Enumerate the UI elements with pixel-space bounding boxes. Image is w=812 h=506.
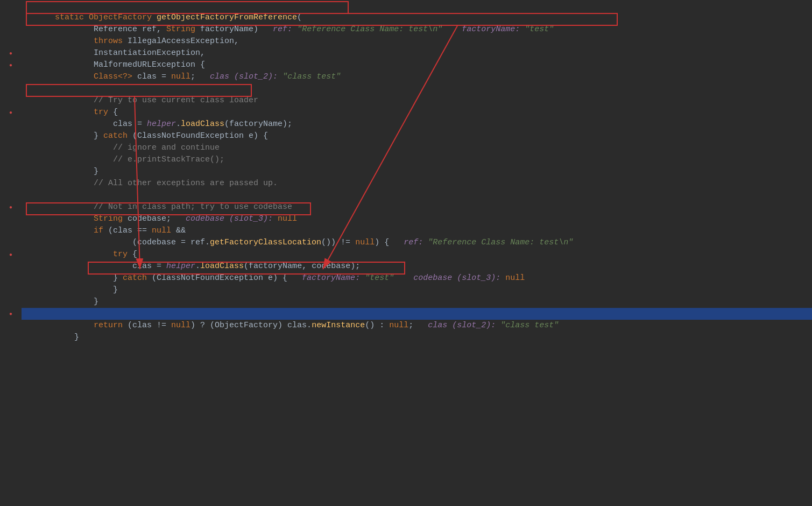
code-line-23: } catch (ClassNotFoundException e) { fac… — [22, 261, 812, 272]
code-line-24: } — [22, 272, 812, 284]
breakpoint-icon-5[interactable]: ● — [6, 47, 15, 59]
code-line-1: static ObjectFactory getObjectFactoryFro… — [22, 0, 812, 12]
code-line-28: } — [22, 320, 812, 332]
code-line-25: } — [22, 284, 812, 296]
code-line-19: if (clas == null && — [22, 213, 812, 225]
code-editor: ● ● ● ● ● ● static ObjectFactory getObje… — [0, 0, 812, 506]
code-line-7 — [22, 71, 812, 83]
breakpoint-icon-10[interactable]: ● — [6, 107, 15, 118]
code-line-22: clas = helper.loadClass(factoryName, cod… — [22, 249, 812, 261]
code-line-17: // Not in class path; try to use codebas… — [22, 189, 812, 201]
code-line-20: (codebase = ref.getFactoryClassLocation(… — [22, 225, 812, 237]
code-line-3: throws IllegalAccessException, — [22, 24, 812, 36]
editor-gutter: ● ● ● ● ● ● — [0, 0, 22, 506]
code-line-2: Reference ref, String factoryName) ref: … — [22, 12, 812, 24]
code-line-18: String codebase; codebase (slot_3): null — [22, 201, 812, 213]
code-line-8: // Try to use current class loader — [22, 83, 812, 95]
breakpoint-icon-27[interactable]: ● — [6, 308, 15, 320]
code-line-21: try { — [22, 237, 812, 249]
code-content: static ObjectFactory getObjectFactoryFro… — [22, 0, 812, 506]
code-line-9: try { — [22, 95, 812, 107]
code-line-27: return (clas != null) ? (ObjectFactory) … — [22, 308, 812, 320]
code-line-12: // ignore and continue — [22, 130, 812, 142]
code-line-6: Class<?> clas = null; clas (slot_2): "cl… — [22, 59, 812, 71]
code-line-13: // e.printStackTrace(); — [22, 142, 812, 154]
code-line-4: InstantiationException, — [22, 36, 812, 47]
breakpoint-icon-18[interactable]: ● — [6, 201, 15, 213]
breakpoint-icon-6[interactable]: ● — [6, 59, 15, 71]
code-line-15: // All other exceptions are passed up. — [22, 166, 812, 178]
code-line-5: MalformedURLException { — [22, 47, 812, 59]
code-line-11: } catch (ClassNotFoundException e) { — [22, 118, 812, 130]
code-line-16 — [22, 178, 812, 189]
code-line-26 — [22, 296, 812, 308]
code-line-10: clas = helper.loadClass(factoryName); — [22, 107, 812, 118]
breakpoint-icon-22[interactable]: ● — [6, 249, 15, 261]
code-line-14: } — [22, 154, 812, 166]
